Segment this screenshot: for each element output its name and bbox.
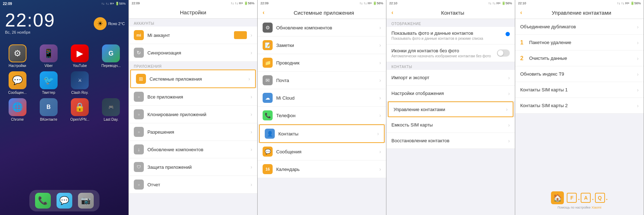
item-mail[interactable]: ✉ Почта › [258, 72, 386, 89]
section-label-contacts: КОНТАКТЫ [386, 62, 515, 70]
perms-icon: ○ [134, 127, 144, 137]
settings-item-report[interactable]: ○ Отчет › [129, 176, 257, 194]
item-sim2-contacts[interactable]: Контакты SIM карты 2 › [515, 98, 644, 114]
faq-subtitle: Помощь по настройке Xiaomi [557, 206, 601, 209]
app-youtube[interactable]: ▶ YouTube [66, 44, 94, 68]
item-phone[interactable]: 📞 Телефон › [258, 107, 386, 124]
app-translate[interactable]: G Переводч... [97, 44, 125, 68]
clash-icon: ⚔ [71, 71, 89, 89]
status-icons-2: ↑↓ ↑↓ H+ 🔋56% [231, 1, 254, 5]
dock-sms[interactable]: 💬 [57, 193, 72, 209]
settings-title-3: Системные приложения [267, 10, 381, 16]
status-bar-4: 22:10 ↑↓ ↑↓ H+ 🔋56% [386, 0, 515, 6]
app-lastday[interactable]: 🎮 Last Day. [97, 98, 125, 121]
item-contact-icons[interactable]: Иконки для контактов без фото Автоматиче… [386, 44, 515, 62]
item-merge-duplicates[interactable]: Объединение дубликатов › [515, 19, 644, 35]
settings-item-update[interactable]: ↓ Обновление компонентов › [129, 141, 257, 158]
app-chrome[interactable]: 🌐 Chrome [4, 98, 31, 121]
batch-delete-text: Пакетное удаление [529, 40, 633, 45]
item-restore-contacts[interactable]: Восстановление контактов › [386, 133, 515, 149]
item-explorer[interactable]: 📁 Проводник › [258, 54, 386, 72]
mi-badge [234, 31, 247, 39]
contact-icons-sub: Автоматически назначать изображение конт… [391, 54, 493, 58]
weather-widget: ☀ Ясно 2°С [94, 17, 125, 30]
item-display-settings[interactable]: Настройки отображения › [386, 86, 515, 101]
clock-date: Вс, 26 ноября [5, 30, 123, 34]
item-sms[interactable]: 💬 Сообщения › [258, 143, 386, 161]
contact-icons-toggle[interactable] [497, 49, 510, 57]
item-sim-capacity[interactable]: Емкость SIM карты › [386, 117, 515, 133]
mi-icon: mi [134, 30, 144, 40]
mi-account-text: Mi аккаунт [147, 33, 230, 38]
app-vk[interactable]: В ВКонтакте [35, 98, 62, 121]
settings-icon: ⚙ [9, 44, 26, 62]
import-export-text: Импорт и экспорт [391, 75, 504, 80]
faq-f: F [567, 193, 577, 203]
item-micloud[interactable]: ☁ Mi Cloud › [258, 89, 386, 107]
item-contacts[interactable]: 👤 Контакты › [259, 124, 385, 143]
settings-title-2: Настройки [134, 9, 252, 15]
sync-arrow: › [250, 50, 252, 56]
item-batch-delete[interactable]: 1 Пакетное удаление › [515, 35, 644, 51]
faq-brand: Xiaomi [591, 206, 601, 209]
notes-text: Заметки [276, 43, 376, 48]
item-sim1-contacts[interactable]: Контакты SIM карты 1 › [515, 82, 644, 98]
status-bar-3: 22:09 ↑↓ ↑↓ H+ 🔋56% [258, 0, 386, 6]
calendar-text: Календарь [276, 167, 376, 172]
game-icon: 🎮 [102, 98, 120, 116]
status-time-1: 22:09 [3, 2, 12, 6]
sms-text: Сообщения [276, 149, 376, 154]
settings-item-sys-apps[interactable]: ⊞ Системные приложения › [130, 70, 256, 88]
item-component-update[interactable]: ⚙ Обновление компонентов › [258, 19, 386, 37]
app-viber[interactable]: 📱 Viber [35, 44, 62, 68]
mail-text: Почта [276, 78, 376, 83]
dock-phone[interactable]: 📞 [35, 193, 51, 209]
settings-header-2: Настройки [129, 6, 257, 19]
weather-sun-icon: ☀ [94, 17, 107, 30]
back-arrow-5[interactable]: ‹ [520, 9, 522, 16]
faq-a: A [581, 193, 591, 203]
back-arrow-4[interactable]: ‹ [391, 9, 393, 16]
chrome-icon: 🌐 [9, 98, 26, 116]
settings-item-clone[interactable]: ○ Клонирование приложений › [129, 106, 257, 123]
item-import-export[interactable]: Импорт и экспорт › [386, 70, 515, 86]
sync-text: Синхронизация [147, 50, 247, 56]
protection-arrow: › [250, 164, 252, 170]
settings-item-perms[interactable]: ○ Разрешения › [129, 123, 257, 141]
protection-text: Защита приложений [147, 164, 247, 170]
show-photos-toggle[interactable] [506, 32, 510, 36]
dock-camera[interactable]: 📷 [78, 193, 94, 209]
battery-icon: 🔋56% [115, 2, 126, 5]
settings-header-3: ‹ Системные приложения [258, 6, 386, 19]
app-openvpn[interactable]: 🔒 OpenVPN... [66, 98, 94, 121]
item-calendar[interactable]: 16 Календарь › [258, 161, 386, 178]
item-update-t9[interactable]: Обновить индекс Т9 › [515, 66, 644, 82]
calendar-icon: 16 [263, 164, 273, 174]
item-clear-data[interactable]: 2 Очистить данные › [515, 51, 644, 66]
twitter-icon: 🐦 [40, 71, 58, 89]
settings-item-all-apps[interactable]: ○ Все приложения › [129, 88, 257, 106]
show-photos-sub: Показывать фото и данные контактов в реж… [391, 37, 502, 40]
settings-item-protection[interactable]: 🛡 Защита приложений › [129, 158, 257, 176]
home-screen: 22:09 ↑↓ ↑↓ H+ 🔋56% 22:09 Вс, 26 ноября … [0, 0, 129, 215]
app-settings[interactable]: ⚙ Настройки [4, 44, 31, 68]
faq-house-icon: 🏠 [551, 191, 564, 204]
settings-item-sync[interactable]: ↻ Синхронизация › [129, 44, 257, 62]
item-show-photos[interactable]: Показывать фото и данные контактов Показ… [386, 27, 515, 44]
app-messages[interactable]: 💬 Сообщен... [4, 71, 31, 95]
app-clash[interactable]: ⚔ Clash Roy. [66, 71, 94, 95]
translate-icon: G [102, 44, 120, 62]
section-label-display: ОТОБРАЖЕНИЕ [386, 19, 515, 27]
app-twitter[interactable]: 🐦 Твиттер [35, 71, 62, 95]
settings-screen: 22:09 ↑↓ ↑↓ H+ 🔋56% Настройки АККАУНТЫ m… [129, 0, 258, 215]
settings-item-mi-account[interactable]: mi Mi аккаунт › [129, 27, 257, 44]
clone-text: Клонирование приложений [147, 112, 247, 117]
item-manage-contacts[interactable]: Управление контактами › [388, 101, 513, 117]
status-icons-1: ↑↓ ↑↓ H+ 🔋56% [101, 2, 126, 5]
back-arrow-3[interactable]: ‹ [263, 9, 264, 16]
update-arrow: › [250, 147, 252, 152]
item-notes[interactable]: 📝 Заметки › [258, 37, 386, 54]
contacts-text: Контакты [278, 131, 374, 137]
app-empty [97, 71, 125, 95]
contact-icons-text: Иконки для контактов без фото [391, 48, 493, 53]
